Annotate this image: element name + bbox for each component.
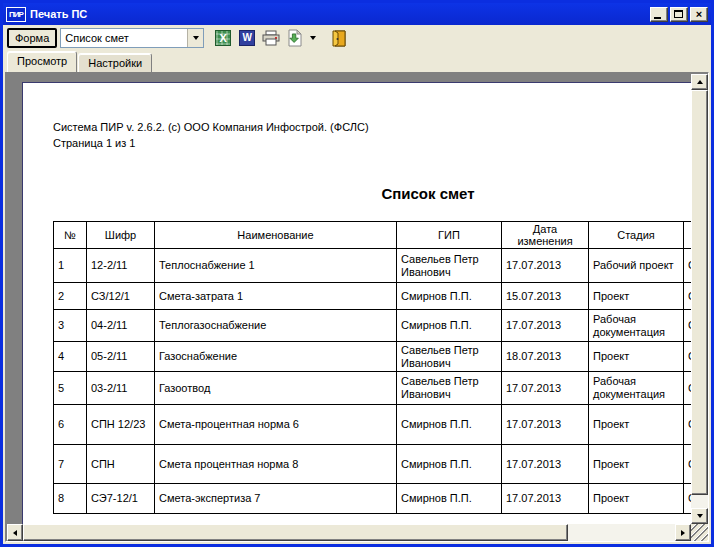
triangle-right-icon (681, 530, 685, 536)
chevron-down-icon (310, 36, 316, 40)
save-export-button[interactable] (284, 27, 306, 49)
maximize-button[interactable] (670, 7, 688, 22)
export-word-button[interactable]: W (236, 27, 258, 49)
report-combobox[interactable]: Список смет (60, 28, 204, 48)
tab-preview[interactable]: Просмотр (7, 51, 77, 72)
col-name: Наименование (155, 222, 397, 249)
print-button[interactable] (260, 27, 282, 49)
col-stage: Стадия (589, 222, 684, 249)
document-page: Система ПИР v. 2.6.2. (с) ООО Компания И… (22, 82, 691, 524)
vertical-scrollbar-thumb[interactable] (691, 90, 708, 495)
doc-app-info: Система ПИР v. 2.6.2. (с) ООО Компания И… (53, 119, 691, 135)
form-button[interactable]: Форма (7, 28, 57, 48)
scroll-down-button[interactable] (691, 508, 708, 524)
export-excel-button[interactable]: X (212, 27, 234, 49)
tab-bar: Просмотр Настройки (3, 51, 711, 72)
col-date: Дата изменения (502, 222, 589, 249)
combobox-dropdown-button[interactable] (187, 29, 203, 47)
triangle-down-icon (697, 514, 703, 518)
table-row: 503-2/11ГазоотводСавельев Петр Иванович1… (54, 372, 692, 405)
table-row: 112-2/11Теплоснабжение 1Савельев Петр Ив… (54, 249, 692, 283)
vertical-scrollbar[interactable] (691, 74, 708, 524)
table-header-row: № Шифр Наименование ГИП Дата изменения С… (54, 222, 692, 249)
scroll-right-button[interactable] (675, 524, 691, 541)
col-code: Шифр (87, 222, 155, 249)
table-row: 8СЭ7-12/1Смета-экспертиза 7Смирнов П.П.1… (54, 484, 692, 514)
printer-icon (262, 30, 280, 46)
triangle-left-icon (13, 530, 17, 536)
word-icon: W (239, 30, 255, 46)
close-button[interactable]: × (690, 7, 708, 22)
close-icon: × (691, 8, 707, 21)
chevron-down-icon (193, 36, 199, 40)
export-file-icon (287, 29, 303, 47)
table-row: 304-2/11ТеплогазоснабжениеСмирнов П.П.17… (54, 310, 692, 342)
minimize-button[interactable] (650, 7, 668, 22)
doc-page-info: Страница 1 из 1 (53, 135, 691, 151)
scroll-left-button[interactable] (7, 524, 23, 541)
report-title: Список смет (381, 185, 474, 202)
scroll-up-button[interactable] (691, 74, 708, 90)
excel-icon: X (215, 30, 231, 46)
triangle-up-icon (697, 80, 703, 84)
col-clipped (684, 222, 692, 249)
col-gip: ГИП (397, 222, 502, 249)
minimize-icon (654, 17, 661, 19)
horizontal-scrollbar-thumb[interactable] (23, 524, 568, 541)
table-row: 6СПН 12/23Смета-процентная норма 6Смирно… (54, 405, 692, 445)
resize-grip[interactable] (691, 524, 708, 541)
report-combobox-value: Список смет (61, 32, 187, 44)
exit-door-icon (332, 30, 346, 47)
horizontal-scrollbar[interactable] (7, 524, 691, 541)
maximize-icon (674, 10, 683, 18)
table-row: 7СПНСмета процентная норма 8Смирнов П.П.… (54, 445, 692, 484)
exit-button[interactable] (328, 27, 350, 49)
table-row: 2СЗ/12/1Смета-затрата 1Смирнов П.П.15.07… (54, 283, 692, 310)
save-export-dropdown-button[interactable] (308, 27, 318, 49)
toolbar: Форма Список смет X W (3, 25, 711, 51)
app-window: ПИР Печать ПС × Форма Список смет X W (0, 0, 714, 547)
app-icon: ПИР (6, 7, 26, 22)
preview-panel: Система ПИР v. 2.6.2. (с) ООО Компания И… (5, 72, 709, 542)
preview-viewport: Система ПИР v. 2.6.2. (с) ООО Компания И… (7, 74, 691, 524)
window-title: Печать ПС (30, 8, 648, 20)
table-row: 405-2/11ГазоснабжениеСавельев Петр Ивано… (54, 342, 692, 372)
col-number: № (54, 222, 87, 249)
titlebar[interactable]: ПИР Печать ПС × (3, 3, 711, 25)
tab-settings[interactable]: Настройки (78, 53, 152, 72)
estimates-table: № Шифр Наименование ГИП Дата изменения С… (53, 221, 691, 514)
